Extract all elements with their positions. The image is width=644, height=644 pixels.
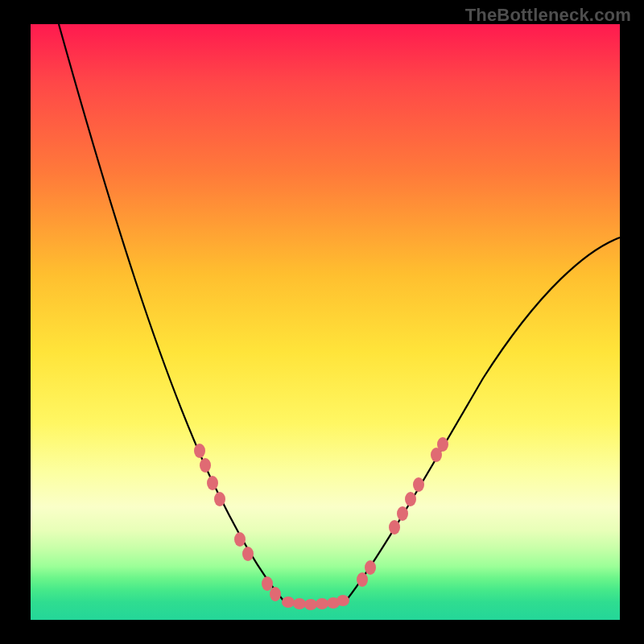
data-dot [242,547,254,561]
curve-right [346,237,620,601]
curve-left [59,24,283,601]
data-dot [262,576,273,591]
bottleneck-curve-layer [0,0,644,644]
data-dot [207,476,218,490]
data-dot [293,598,306,609]
data-dot [282,597,295,608]
data-dot [357,572,368,587]
data-dot [397,506,408,521]
data-dot [200,458,211,473]
chart-frame: TheBottleneck.com [0,0,644,644]
data-dot [365,560,376,575]
data-dot [214,492,225,506]
data-dot [316,598,328,609]
data-dot [413,477,424,492]
data-dot [437,437,448,452]
data-dot [389,520,400,535]
data-dot [194,444,205,458]
data-dot [405,492,416,506]
data-dot [304,599,317,610]
data-dot [336,595,349,606]
data-dot [234,532,246,547]
data-dot [270,587,281,601]
